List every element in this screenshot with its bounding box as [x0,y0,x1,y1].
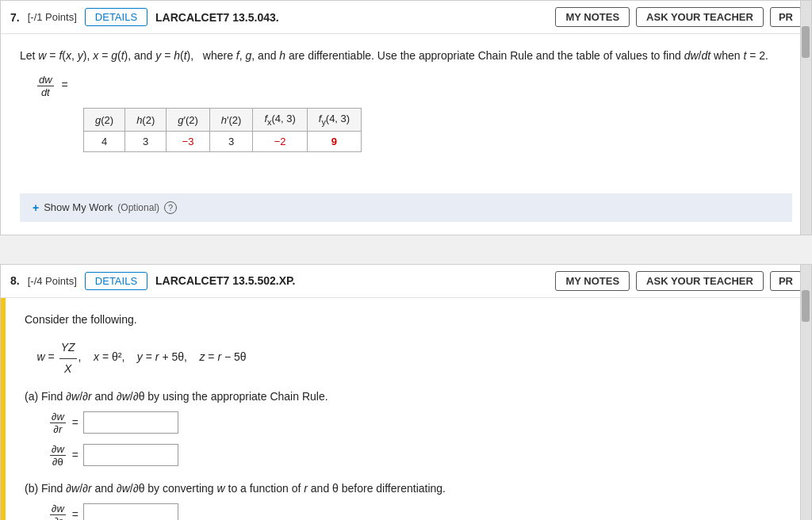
q8-part-b-dwdr-row: ∂w ∂r = [48,503,792,520]
q7-scroll-thumb[interactable] [802,26,810,58]
question-8: 8. [-/4 Points] DETAILS LARCALCET7 13.5.… [0,264,812,520]
q8-my-notes-button[interactable]: MY NOTES [555,271,630,291]
table-header-gprime2: g′(2) [167,109,210,132]
q8-part-b-dw-dr-fraction: ∂w ∂r [50,503,66,520]
table-header-g2: g(2) [84,109,125,132]
q8-yellow-bar [1,298,6,520]
q7-answer-spacer [20,160,792,184]
q8-pr-button[interactable]: PR [770,271,802,291]
q7-dwdt-label: dw dt = [36,74,792,98]
q8-part-a-dwdtheta-row: ∂w ∂θ = [48,443,792,468]
q8-question-id: LARCALCET7 13.5.502.XP. [155,274,547,287]
table-cell-fy43: 9 [307,131,361,151]
q8-part-a-dwdr-row: ∂w ∂r = [48,411,792,435]
q7-ask-teacher-button[interactable]: ASK YOUR TEACHER [636,7,764,27]
question-7: 7. [-/1 Points] DETAILS LARCALCET7 13.5.… [0,0,812,235]
q8-part-b-dwdr-input[interactable] [83,503,178,520]
table-header-fy43: fy(4, 3) [307,109,361,132]
q7-number: 7. [10,11,20,24]
q7-my-notes-button[interactable]: MY NOTES [555,7,630,27]
table-header-hprime2: h′(2) [209,109,253,132]
q7-question-id: LARCALCET7 13.5.043. [155,11,547,24]
q7-help-icon[interactable]: ? [164,201,177,214]
q8-equation: w = YZ X , x = θ², y = r + 5θ, z = r − 5… [25,338,792,378]
q7-problem-text: Let w = f(x, y), x = g(t), and y = h(t),… [20,47,792,64]
q7-smw-optional: (Optional) [117,202,159,213]
q7-smw-label: Show My Work [44,201,113,213]
q7-body: Let w = f(x, y), x = g(t), and y = h(t),… [1,34,811,235]
q8-details-button[interactable]: DETAILS [85,272,147,290]
q8-header-right: MY NOTES ASK YOUR TEACHER PR [555,271,802,291]
q7-points: [-/1 Points] [28,11,77,23]
q8-points: [-/4 Points] [28,275,77,287]
table-cell-g2: 4 [84,131,125,151]
questions-spacer [0,251,812,264]
q7-show-my-work-section[interactable]: + Show My Work (Optional) ? [20,193,792,222]
q8-intro: Consider the following. [25,311,792,328]
table-cell-hprime2: 3 [209,131,253,151]
q7-details-button[interactable]: DETAILS [85,8,147,26]
q8-number: 8. [10,274,20,287]
q8-ask-teacher-button[interactable]: ASK YOUR TEACHER [636,271,764,291]
q8-part-a-dwdtheta-input[interactable] [83,444,178,466]
q8-body: Consider the following. w = YZ X , x = θ… [1,298,811,520]
table-cell-gprime2: −3 [167,131,210,151]
question-8-header: 8. [-/4 Points] DETAILS LARCALCET7 13.5.… [1,265,811,298]
q8-part-a-dw-dr-fraction: ∂w ∂r [50,411,66,435]
q7-pr-button[interactable]: PR [770,7,802,27]
q8-scrollbar[interactable] [800,265,811,520]
table-cell-fx43: −2 [253,131,307,151]
question-7-header: 7. [-/1 Points] DETAILS LARCALCET7 13.5.… [1,1,811,34]
q7-smw-icon: + [33,201,39,214]
q8-part-a-dw-dtheta-fraction: ∂w ∂θ [50,443,66,468]
q8-part-b-label: (b) Find ∂w/∂r and ∂w/∂θ by converting w… [25,482,792,495]
q7-values-table: g(2) h(2) g′(2) h′(2) fx(4, 3) fy(4, 3) … [83,108,362,152]
q7-header-right: MY NOTES ASK YOUR TEACHER PR [555,7,802,27]
q8-scroll-thumb[interactable] [802,290,810,322]
table-cell-h2: 3 [125,131,167,151]
table-header-h2: h(2) [125,109,167,132]
q7-fraction-dwdt: dw dt [37,74,54,98]
table-header-fx43: fx(4, 3) [253,109,307,132]
q7-scrollbar[interactable] [800,1,811,235]
q8-part-a-dwdr-input[interactable] [83,411,178,434]
q8-part-a-label: (a) Find ∂w/∂r and ∂w/∂θ by using the ap… [25,390,792,403]
